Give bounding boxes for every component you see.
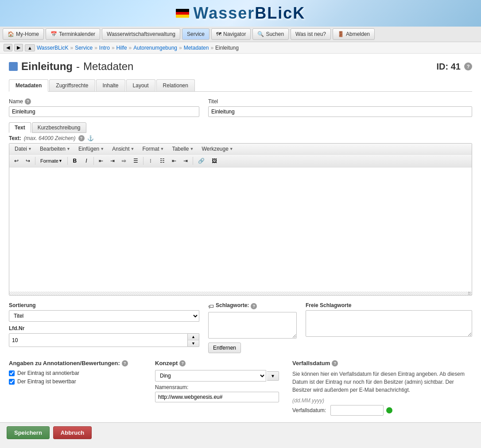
- tab-zugriffsrechte[interactable]: Zugriffsrechte: [49, 79, 95, 91]
- tab-relationen[interactable]: Relationen: [156, 79, 195, 91]
- menu-ansicht[interactable]: Ansicht ▼: [109, 144, 138, 153]
- toolbar-sep-2: [67, 157, 68, 165]
- concept-select-row: Ding ▼: [155, 370, 279, 382]
- toolbar-sep-5: [193, 157, 193, 165]
- map-icon: 🗺: [216, 31, 221, 37]
- nav-terminkalender[interactable]: 📅 Terminkalender: [46, 28, 100, 40]
- title-input[interactable]: [208, 106, 472, 117]
- undo-button[interactable]: ↩: [11, 156, 22, 166]
- breadcrumb-back[interactable]: ◀: [4, 44, 12, 51]
- tab-layout[interactable]: Layout: [126, 79, 155, 91]
- text-label-row: Text: (max. 64000 Zeichen) ? ⚓: [9, 135, 472, 141]
- breadcrumb-forward[interactable]: ▶: [14, 44, 23, 51]
- rateable-checkbox[interactable]: [9, 379, 15, 385]
- keywords-textarea[interactable]: [208, 312, 297, 339]
- nav-service[interactable]: Service: [182, 28, 209, 40]
- nav-abmelden[interactable]: 🚪 Abmelden: [333, 28, 375, 40]
- align-left-button[interactable]: ⇤: [96, 156, 106, 166]
- nav-my-home[interactable]: 🏠 My-Home: [3, 28, 44, 40]
- concept-select[interactable]: Ding: [155, 370, 266, 382]
- main-content: Einleitung - Metadaten ID: 41 ? Metadate…: [0, 54, 481, 422]
- cancel-button[interactable]: Abbruch: [53, 426, 92, 439]
- nav-suchen[interactable]: 🔍 Suchen: [252, 28, 289, 40]
- text-help-icon[interactable]: ?: [78, 135, 85, 141]
- keywords-icon: 🏷: [208, 303, 214, 310]
- redo-button[interactable]: ↪: [23, 156, 33, 166]
- remove-keyword-button[interactable]: Entfernen: [208, 343, 241, 353]
- rateable-row: Der Eintrag ist bewertbar: [9, 378, 142, 385]
- italic-button[interactable]: I: [81, 156, 92, 166]
- anchor-icon[interactable]: ⚓: [87, 135, 94, 141]
- menu-datei[interactable]: Datei ▼: [11, 144, 35, 153]
- expiry-title: Verfallsdatum ?: [292, 360, 472, 366]
- menu-bearbeiten[interactable]: Bearbeiten ▼: [36, 144, 74, 153]
- menu-format[interactable]: Format ▼: [139, 144, 167, 153]
- align-center-button[interactable]: ⇥: [107, 156, 118, 166]
- breadcrumb-item-intro[interactable]: Intro: [99, 45, 110, 51]
- concept-title: Konzept ?: [155, 360, 279, 366]
- name-help-icon[interactable]: ?: [25, 98, 31, 105]
- menu-tabelle[interactable]: Tabelle ▼: [168, 144, 197, 153]
- annotatable-label: Der Eintrag ist annotierbar: [17, 370, 79, 376]
- indent-increase-button[interactable]: ⇥: [180, 156, 191, 166]
- indent-decrease-button[interactable]: ⇤: [169, 156, 179, 166]
- menu-werkzeuge[interactable]: Werkzeuge ▼: [198, 144, 237, 153]
- breadcrumb-item-metadaten[interactable]: Metadaten: [184, 45, 209, 51]
- menu-einfuegen[interactable]: Einfügen ▼: [75, 144, 108, 153]
- expiry-group: Verfallsdatum ? Sie können hier ein Verf…: [292, 360, 472, 416]
- sub-tabs: Text Kurzbeschreibung: [9, 122, 472, 133]
- breadcrumb-item-hilfe[interactable]: Hilfe: [116, 45, 127, 51]
- concept-dropdown-btn[interactable]: ▼: [267, 371, 279, 381]
- header-banner: WasserBLicK: [0, 0, 481, 27]
- keywords-help-icon[interactable]: ?: [251, 303, 257, 309]
- sub-tab-kurzbeschreibung[interactable]: Kurzbeschreibung: [32, 122, 86, 133]
- rateable-label: Der Eintrag ist bewertbar: [17, 378, 76, 385]
- editor-content-area[interactable]: [9, 168, 472, 292]
- annotatable-checkbox[interactable]: [9, 370, 15, 376]
- list-ordered-button[interactable]: ☷: [157, 156, 168, 166]
- home-icon: 🏠: [8, 31, 14, 37]
- lfd-nr-input[interactable]: [9, 333, 188, 347]
- save-button[interactable]: Speichern: [7, 426, 50, 439]
- keywords-label: Schlagworte:: [216, 302, 249, 308]
- sorting-select[interactable]: Titel Name Datum: [9, 310, 199, 322]
- image-button[interactable]: 🖼: [209, 156, 220, 166]
- breadcrumb-item-einleitung: Einleitung: [215, 45, 239, 51]
- namespace-input[interactable]: [155, 392, 279, 402]
- link-button[interactable]: 🔗: [195, 156, 208, 166]
- formats-dropdown[interactable]: Formate ▼: [37, 156, 66, 165]
- list-unordered-button[interactable]: ⁝: [145, 156, 156, 166]
- breadcrumb-item-wasserblick[interactable]: WasserBLicK: [37, 45, 69, 51]
- page-help-icon[interactable]: ?: [464, 62, 472, 70]
- free-keywords-section: Freie Schlagworte: [306, 302, 472, 338]
- align-right-button[interactable]: ⇨: [119, 156, 129, 166]
- toolbar-sep-3: [93, 157, 94, 165]
- sub-tab-text[interactable]: Text: [9, 122, 31, 133]
- editor-resize-handle[interactable]: ⠿: [9, 292, 472, 295]
- name-label: Name ?: [9, 98, 199, 105]
- breadcrumb-item-autorenumgebung[interactable]: Autorenumgebung: [133, 45, 177, 51]
- concept-help-icon[interactable]: ?: [179, 360, 186, 366]
- nav-navigator[interactable]: 🗺 Navigator: [211, 28, 251, 40]
- name-input[interactable]: [9, 106, 199, 117]
- nav-was-ist-neu[interactable]: Was ist neu?: [291, 28, 331, 40]
- breadcrumb-item-service[interactable]: Service: [75, 45, 93, 51]
- annotations-help-icon[interactable]: ?: [122, 360, 128, 366]
- annotations-section: Angaben zu Annotationen/Bewertungen: ? D…: [9, 360, 472, 416]
- bold-button[interactable]: B: [70, 156, 80, 166]
- breadcrumb-up[interactable]: ▲: [25, 44, 35, 51]
- main-tabs: Metadaten Zugriffsrechte Inhalte Layout …: [9, 79, 472, 92]
- tab-inhalte[interactable]: Inhalte: [96, 79, 125, 91]
- lfd-nr-up[interactable]: ▲: [188, 333, 199, 340]
- align-justify-button[interactable]: ☰: [130, 156, 141, 166]
- page-icon: [9, 62, 18, 71]
- expiry-help-icon[interactable]: ?: [332, 360, 338, 366]
- expiry-date-input[interactable]: [330, 405, 384, 416]
- lfd-nr-down[interactable]: ▼: [188, 340, 199, 347]
- tab-metadaten[interactable]: Metadaten: [9, 79, 48, 92]
- nav-wasserwirtschaft[interactable]: Wasserwirtschaftsverwaltung: [102, 28, 180, 40]
- free-keywords-textarea[interactable]: [306, 310, 472, 337]
- site-title: WasserBLicK: [194, 4, 306, 23]
- concept-group: Konzept ? Ding ▼ Namensraum:: [155, 360, 279, 402]
- name-title-row: Name ? Titel: [9, 98, 472, 117]
